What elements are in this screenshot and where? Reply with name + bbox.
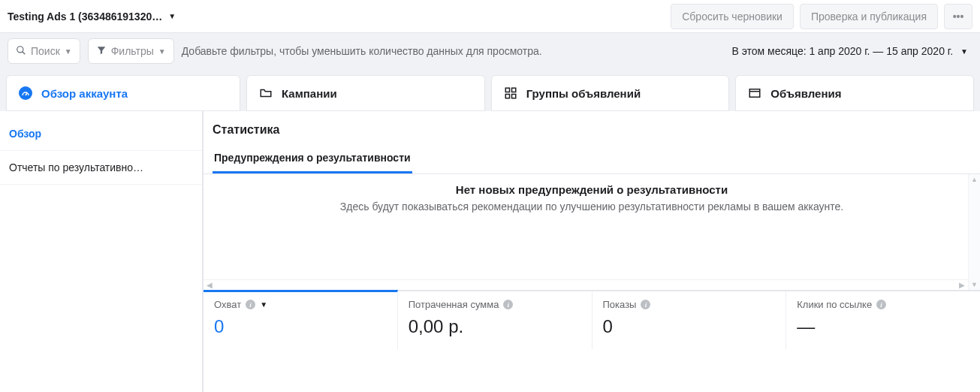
- gauge-icon: [19, 86, 32, 100]
- svg-rect-7: [750, 89, 761, 98]
- tab-label: Кампании: [282, 87, 337, 100]
- tab-label: Обзор аккаунта: [41, 87, 128, 100]
- svg-rect-6: [511, 95, 515, 98]
- tab-label: Объявления: [770, 87, 841, 100]
- metric-spent[interactable]: Потраченная сумма i 0,00 р.: [398, 291, 593, 349]
- metrics-row: Охват i ▼ 0 Потраченная сумма i 0,00 р. …: [204, 290, 980, 349]
- metric-value: 0,00 р.: [409, 316, 581, 337]
- metric-label: Потраченная сумма: [409, 299, 499, 310]
- svg-rect-4: [511, 88, 515, 92]
- filter-hint: Добавьте фильтры, чтобы уменьшить количе…: [182, 45, 542, 57]
- filters-label: Фильтры: [111, 45, 154, 57]
- date-range-picker[interactable]: В этом месяце: 1 апр 2020 г. — 15 апр 20…: [731, 45, 972, 57]
- main-tabs: Обзор аккаунта Кампании Группы объявлени…: [0, 69, 980, 111]
- alerts-heading: Нет новых предупреждений о результативно…: [456, 183, 728, 196]
- review-publish-button[interactable]: Проверка и публикация: [800, 4, 938, 29]
- info-icon[interactable]: i: [246, 300, 255, 309]
- metric-link-clicks[interactable]: Клики по ссылке i —: [786, 291, 980, 349]
- chevron-down-icon: ▼: [960, 47, 968, 56]
- subtab-performance-alerts[interactable]: Предупреждения о результативности: [213, 144, 412, 173]
- metric-label: Охват: [214, 299, 241, 310]
- main-panel: Статистика Предупреждения о результативн…: [203, 111, 980, 392]
- sidebar-item-label: Обзор: [9, 128, 41, 140]
- top-bar: Testing Ads 1 (363486191320… ▼ Сбросить …: [0, 0, 980, 33]
- metric-value: 0: [214, 316, 387, 337]
- more-button[interactable]: •••: [944, 4, 972, 29]
- ad-icon: [748, 86, 761, 100]
- tab-label: Группы объявлений: [526, 87, 641, 100]
- metric-value: —: [797, 316, 969, 337]
- info-icon[interactable]: i: [641, 300, 650, 309]
- tab-account-overview[interactable]: Обзор аккаунта: [6, 75, 240, 111]
- date-range-label: В этом месяце: 1 апр 2020 г. — 15 апр 20…: [731, 45, 953, 57]
- scroll-up-icon: ▲: [971, 176, 978, 183]
- filters-pill[interactable]: Фильтры ▼: [88, 38, 174, 64]
- metric-label: Клики по ссылке: [797, 299, 872, 310]
- info-icon[interactable]: i: [876, 300, 886, 309]
- metric-impressions[interactable]: Показы i 0: [593, 291, 787, 349]
- sidebar: Обзор Отчеты по результативно…: [0, 111, 203, 392]
- account-label: Testing Ads 1 (363486191320…: [8, 11, 162, 23]
- metric-value: 0: [603, 316, 776, 337]
- svg-line-1: [23, 51, 26, 54]
- alerts-description: Здесь будут показываться рекомендации по…: [340, 201, 843, 213]
- svg-line-2: [26, 93, 27, 95]
- metric-label: Показы: [603, 299, 637, 310]
- account-picker[interactable]: Testing Ads 1 (363486191320… ▼: [8, 11, 176, 23]
- svg-point-0: [17, 46, 23, 52]
- tab-ads[interactable]: Объявления: [735, 75, 974, 111]
- reset-drafts-button[interactable]: Сбросить черновики: [671, 4, 794, 29]
- scroll-right-icon: ▶: [959, 281, 965, 289]
- scroll-down-icon: ▼: [971, 281, 978, 288]
- grid-icon: [504, 86, 517, 100]
- metric-reach[interactable]: Охват i ▼ 0: [204, 290, 398, 349]
- chevron-down-icon: ▼: [260, 300, 267, 309]
- chevron-down-icon: ▼: [65, 47, 72, 56]
- alerts-empty-state: Нет новых предупреждений о результативно…: [204, 174, 980, 222]
- vertical-scrollbar[interactable]: ▲ ▼: [968, 174, 980, 290]
- chevron-down-icon: ▼: [168, 12, 176, 20]
- sidebar-item-reports[interactable]: Отчеты по результативно…: [0, 151, 202, 185]
- chevron-down-icon: ▼: [158, 47, 166, 56]
- svg-rect-3: [505, 88, 509, 92]
- tab-adsets[interactable]: Группы объявлений: [491, 75, 730, 111]
- subtab-label: Предупреждения о результативности: [214, 152, 411, 164]
- content-body: Обзор Отчеты по результативно… Статистик…: [0, 111, 980, 392]
- search-label: Поиск: [31, 45, 60, 57]
- folder-icon: [259, 86, 273, 100]
- horizontal-scrollbar[interactable]: ◀ ▶: [204, 279, 968, 290]
- search-pill[interactable]: Поиск ▼: [8, 38, 80, 64]
- sidebar-item-overview[interactable]: Обзор: [0, 117, 202, 151]
- filter-bar: Поиск ▼ Фильтры ▼ Добавьте фильтры, чтоб…: [0, 33, 980, 69]
- info-icon[interactable]: i: [503, 300, 513, 309]
- tab-campaigns[interactable]: Кампании: [246, 75, 485, 111]
- panel-title: Статистика: [204, 120, 980, 144]
- scroll-left-icon: ◀: [207, 281, 213, 289]
- sidebar-item-label: Отчеты по результативно…: [9, 161, 143, 173]
- svg-rect-5: [505, 95, 509, 98]
- filter-icon: [96, 45, 107, 58]
- search-icon: [16, 45, 26, 58]
- panel-subtabs: Предупреждения о результативности: [204, 144, 980, 174]
